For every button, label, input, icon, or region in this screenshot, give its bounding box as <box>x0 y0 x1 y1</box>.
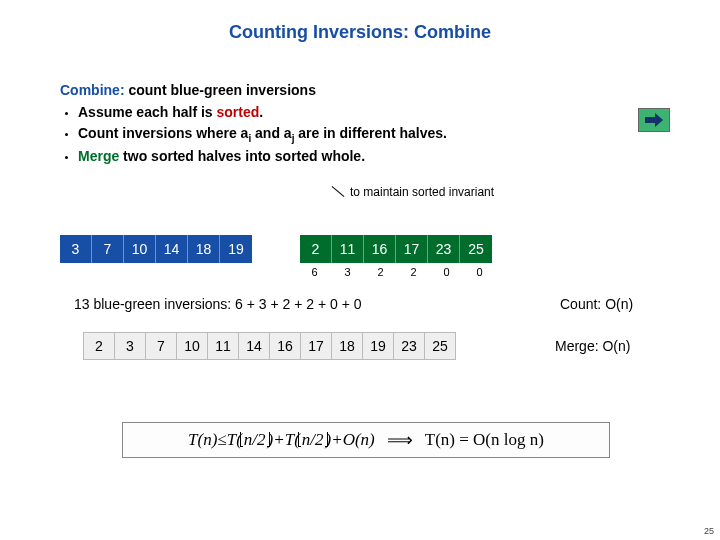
bullet-1: Assume each half is sorted. <box>78 102 447 122</box>
left-cell: 3 <box>60 235 92 263</box>
combine-block: Combine: count blue-green inversions Ass… <box>60 80 447 166</box>
left-cell: 10 <box>124 235 156 263</box>
right-cell: 2 <box>300 235 332 263</box>
left-array: 3 7 10 14 18 19 <box>60 235 252 263</box>
rec-le: ≤ <box>217 430 226 450</box>
count-cell: 0 <box>463 266 496 278</box>
svg-rect-0 <box>645 117 655 123</box>
merged-cell: 2 <box>83 332 115 360</box>
slide-title: Counting Inversions: Combine <box>0 22 720 43</box>
inversions-summary: 13 blue-green inversions: 6 + 3 + 2 + 2 … <box>74 296 362 312</box>
merged-cell: 11 <box>207 332 239 360</box>
merge-complexity: Merge: O(n) <box>555 338 630 354</box>
bullet-2-mid: and a <box>251 125 291 141</box>
rec-ceil: n/2 <box>300 430 326 450</box>
left-cell: 7 <box>92 235 124 263</box>
left-cell: 19 <box>220 235 252 263</box>
combine-desc: count blue-green inversions <box>125 82 316 98</box>
count-cell: 2 <box>364 266 397 278</box>
merged-cell: 16 <box>269 332 301 360</box>
merged-cell: 25 <box>424 332 456 360</box>
bullet-3-merge: Merge <box>78 148 119 164</box>
bullet-2: Count inversions where ai and aj are in … <box>78 123 447 146</box>
merged-cell: 23 <box>393 332 425 360</box>
rec-t3: )+O(n) <box>326 430 375 450</box>
bullet-1-pre: Assume each half is <box>78 104 217 120</box>
combine-line: Combine: count blue-green inversions <box>60 80 447 100</box>
bullet-1-sorted: sorted <box>217 104 260 120</box>
recurrence-formula: T(n) ≤ T(n/2)+T(n/2)+O(n) ⟹ T(n) = O(n l… <box>122 422 610 458</box>
rec-lhs: T(n) <box>188 430 217 450</box>
rec-rhs: T(n) = O(n log n) <box>425 430 544 450</box>
count-cell: 3 <box>331 266 364 278</box>
merged-cell: 14 <box>238 332 270 360</box>
merged-cell: 3 <box>114 332 146 360</box>
play-button[interactable] <box>638 108 670 132</box>
merged-cell: 17 <box>300 332 332 360</box>
svg-marker-1 <box>655 113 663 127</box>
merged-cell: 10 <box>176 332 208 360</box>
rec-t2: )+T( <box>268 430 300 450</box>
bullet-3: Merge two sorted halves into sorted whol… <box>78 146 447 166</box>
bullet-1-post: . <box>259 104 263 120</box>
play-icon <box>645 113 663 127</box>
rec-floor: n/2 <box>242 430 268 450</box>
left-cell: 18 <box>188 235 220 263</box>
count-complexity: Count: O(n) <box>560 296 633 312</box>
merged-cell: 19 <box>362 332 394 360</box>
input-arrays: 3 7 10 14 18 19 2 11 16 17 23 25 <box>60 235 492 263</box>
right-cell: 23 <box>428 235 460 263</box>
left-cell: 14 <box>156 235 188 263</box>
merged-cell: 7 <box>145 332 177 360</box>
bullet-3-post: two sorted halves into sorted whole. <box>119 148 365 164</box>
right-cell: 17 <box>396 235 428 263</box>
merged-cell: 18 <box>331 332 363 360</box>
implies-icon: ⟹ <box>387 429 413 451</box>
inversion-counts: 6 3 2 2 0 0 <box>298 266 496 278</box>
right-cell: 11 <box>332 235 364 263</box>
bullet-list: Assume each half is sorted. Count invers… <box>78 102 447 166</box>
page-number: 25 <box>704 526 714 536</box>
count-cell: 0 <box>430 266 463 278</box>
right-cell: 25 <box>460 235 492 263</box>
merged-array: 2 3 7 10 11 14 16 17 18 19 23 25 <box>84 332 456 360</box>
annotation-text: to maintain sorted invariant <box>350 185 494 199</box>
count-cell: 6 <box>298 266 331 278</box>
right-array: 2 11 16 17 23 25 <box>300 235 492 263</box>
bullet-2-pre: Count inversions where a <box>78 125 248 141</box>
count-cell: 2 <box>397 266 430 278</box>
combine-label: Combine: <box>60 82 125 98</box>
bullet-2-post: are in different halves. <box>294 125 447 141</box>
right-cell: 16 <box>364 235 396 263</box>
